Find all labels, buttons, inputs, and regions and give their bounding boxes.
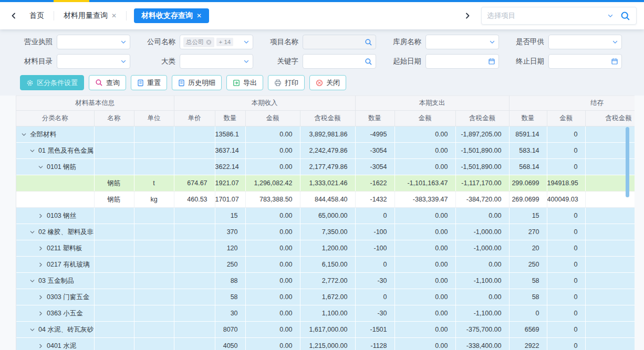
tab-label: 首页 bbox=[29, 11, 44, 20]
business-license-select[interactable] bbox=[57, 35, 130, 49]
cell: 1,617,000.00 bbox=[300, 322, 355, 338]
tab-2[interactable]: 材料用量查询✕ bbox=[54, 8, 126, 23]
tabs-scroll-right-button[interactable] bbox=[461, 9, 474, 22]
app-window: 首页材料用量查询✕材料收支存查询✕ 选择项目 营业执照公司名称总公司+ 14项目… bbox=[0, 0, 644, 350]
expand-toggle-icon[interactable] bbox=[29, 278, 35, 284]
table-row[interactable]: 0303 门窗五金580.001,672.0000.000.005801,6 bbox=[16, 289, 635, 305]
cell: 0.00 bbox=[245, 159, 300, 175]
table-row[interactable]: 0217 有机玻璃2500.006,150.0000.000.0025006,1 bbox=[16, 257, 635, 273]
table-row[interactable]: 全部材料13586.10.003,892,981.86-49950.00-1,8… bbox=[16, 126, 635, 143]
cell: 2922 bbox=[509, 338, 547, 350]
cell bbox=[134, 338, 174, 350]
chevron-down-icon bbox=[607, 13, 614, 19]
cell: 250 bbox=[215, 257, 245, 273]
table-column-header-row: 分类名称名称单位单价数量金额含税金额数量金额含税金额数量金额含税金额 bbox=[16, 111, 635, 126]
vertical-scrollbar-thumb[interactable] bbox=[626, 127, 629, 197]
reset-button[interactable]: 重置 bbox=[131, 75, 167, 90]
cell: 2,242,479.86 bbox=[300, 143, 355, 159]
print-button[interactable]: 打印 bbox=[268, 75, 305, 90]
filter-label: 大类 bbox=[143, 57, 175, 66]
cell: -1501 bbox=[355, 322, 394, 338]
category-name: 02 橡胶、塑料及非 bbox=[38, 228, 94, 237]
cell: -1,101,163.47 bbox=[394, 175, 455, 192]
tab-label: 材料收支存查询 bbox=[141, 11, 193, 20]
condition-settings-button[interactable]: 区分条件设置 bbox=[20, 75, 84, 90]
cell: 299.0699 bbox=[509, 175, 547, 192]
export-button[interactable]: 导出 bbox=[226, 75, 263, 90]
close-button[interactable]: 关闭 bbox=[309, 75, 346, 90]
cell bbox=[94, 143, 134, 159]
expand-toggle-icon[interactable] bbox=[37, 343, 44, 349]
keyword-input[interactable] bbox=[303, 54, 376, 69]
table-row[interactable]: 01 黑色及有色金属3637.140.002,242,479.86-30540.… bbox=[16, 143, 635, 159]
cell: 583.14 bbox=[509, 143, 547, 159]
printer-icon bbox=[274, 79, 282, 87]
cell: -100 bbox=[355, 224, 394, 240]
expand-toggle-icon[interactable] bbox=[37, 262, 44, 268]
cell: 88 bbox=[215, 273, 245, 289]
filter-group-major-category: 大类 bbox=[143, 54, 253, 69]
button-label: 打印 bbox=[285, 78, 298, 88]
table-row[interactable]: 0211 塑料板1200.001,200.00-1000.00-1,000.00… bbox=[16, 240, 635, 257]
search-icon[interactable] bbox=[620, 10, 631, 22]
table-row[interactable]: 0103 钢丝150.0065,000.0000.000.0015065,0 bbox=[16, 208, 635, 224]
table-row[interactable]: 0401 水泥40500.001,215,000.00-11280.00-338… bbox=[16, 338, 635, 350]
tag-close-icon[interactable] bbox=[206, 39, 212, 45]
cell: 0.00 bbox=[245, 208, 300, 224]
chevron-left-icon bbox=[10, 12, 17, 19]
search-icon[interactable] bbox=[365, 38, 372, 46]
cell: 0 bbox=[547, 338, 585, 350]
tabs-scroll-left-button[interactable] bbox=[7, 9, 20, 22]
expand-toggle-icon[interactable] bbox=[20, 132, 27, 137]
expand-toggle-icon[interactable] bbox=[37, 246, 44, 251]
button-label: 区分条件设置 bbox=[37, 78, 78, 88]
calendar-icon bbox=[488, 58, 495, 65]
query-button[interactable]: 查询 bbox=[89, 75, 126, 90]
project-select[interactable]: 选择项目 bbox=[481, 7, 637, 25]
expand-toggle-icon[interactable] bbox=[29, 327, 35, 333]
search-icon[interactable] bbox=[365, 58, 372, 66]
cell bbox=[134, 159, 174, 175]
table-row[interactable]: 钢筋t674.671921.071,296,082.421,333,021.46… bbox=[16, 175, 635, 192]
expand-toggle-icon[interactable] bbox=[37, 311, 44, 316]
history-detail-button[interactable]: 历史明细 bbox=[172, 75, 222, 90]
cell: 0.00 bbox=[245, 305, 300, 322]
cell bbox=[174, 338, 215, 350]
table-row[interactable]: 0101 钢筋3622.140.002,177,479.86-30540.00-… bbox=[16, 159, 635, 175]
expand-toggle-icon[interactable] bbox=[29, 229, 35, 235]
table-row[interactable]: 02 橡胶、塑料及非3700.007,350.00-1000.00-1,000.… bbox=[16, 224, 635, 240]
cell: 0.00 bbox=[394, 224, 455, 240]
cell bbox=[134, 126, 174, 143]
project-name-input[interactable] bbox=[303, 35, 376, 49]
table-row[interactable]: 0363 小五金300.001,100.00-300.00-1,100.0000 bbox=[16, 305, 635, 322]
owner-supplied-select[interactable] bbox=[548, 35, 622, 49]
expand-toggle-icon[interactable] bbox=[37, 164, 44, 170]
filter-label: 终止日期 bbox=[512, 57, 544, 66]
document-icon bbox=[178, 79, 185, 87]
cell: 0.00 bbox=[455, 257, 509, 273]
close-icon[interactable]: ✕ bbox=[111, 12, 117, 19]
close-icon[interactable]: ✕ bbox=[196, 12, 202, 19]
category-name: 0401 水泥 bbox=[47, 342, 76, 350]
material-catalog-select[interactable] bbox=[57, 54, 130, 69]
company-name-select[interactable]: 总公司+ 14 bbox=[180, 35, 253, 49]
column-header: 数量 bbox=[355, 111, 394, 126]
cell bbox=[174, 143, 215, 159]
cell: 0.00 bbox=[245, 126, 300, 143]
table-row[interactable]: 03 五金制品880.002,772.00-300.00-1,100.00580… bbox=[16, 273, 635, 289]
expand-toggle-icon[interactable] bbox=[29, 148, 35, 154]
expand-toggle-icon[interactable] bbox=[37, 213, 44, 219]
chevron-down-icon bbox=[243, 39, 250, 45]
cell: 568.14 bbox=[509, 159, 547, 175]
table-row[interactable]: 04 水泥、砖瓦灰砂80700.001,617,000.00-15010.00-… bbox=[16, 322, 635, 338]
cell bbox=[585, 305, 635, 322]
warehouse-name-select[interactable] bbox=[425, 35, 499, 49]
major-category-select[interactable] bbox=[180, 54, 253, 69]
tab-3[interactable]: 材料收支存查询✕ bbox=[134, 8, 209, 23]
tab-1[interactable]: 首页 bbox=[20, 8, 54, 23]
cell: 0.00 bbox=[394, 126, 455, 143]
expand-toggle-icon[interactable] bbox=[37, 294, 44, 300]
start-date-input[interactable] bbox=[425, 54, 499, 69]
table-row[interactable]: 钢筋kg460.531701.07783,388.50844,458.40-14… bbox=[16, 192, 635, 208]
end-date-input[interactable] bbox=[548, 54, 622, 69]
